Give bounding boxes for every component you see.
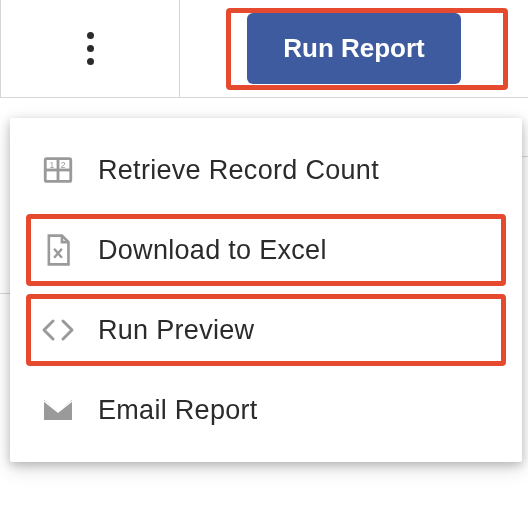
menu-item-label: Email Report <box>98 395 258 426</box>
kebab-menu-button[interactable] <box>75 20 106 77</box>
toolbar: Run Report <box>0 0 528 98</box>
toolbar-right-cell: Run Report <box>180 0 528 97</box>
svg-text:1: 1 <box>50 160 55 170</box>
divider <box>0 98 10 294</box>
menu-item-download-to-excel[interactable]: Download to Excel <box>10 210 522 290</box>
email-icon <box>40 392 76 428</box>
dropdown-menu: 1 2 Retrieve Record Count Download to Ex… <box>10 118 522 462</box>
menu-item-label: Run Preview <box>98 315 254 346</box>
menu-item-label: Download to Excel <box>98 235 327 266</box>
kebab-dot-icon <box>87 58 94 65</box>
toolbar-left-cell <box>0 0 180 97</box>
menu-item-run-preview[interactable]: Run Preview <box>10 290 522 370</box>
svg-text:2: 2 <box>61 160 66 170</box>
run-report-button[interactable]: Run Report <box>247 13 461 84</box>
record-count-icon: 1 2 <box>40 152 76 188</box>
kebab-dot-icon <box>87 32 94 39</box>
divider <box>522 156 528 510</box>
code-brackets-icon <box>40 312 76 348</box>
menu-item-retrieve-record-count[interactable]: 1 2 Retrieve Record Count <box>10 130 522 210</box>
menu-item-email-report[interactable]: Email Report <box>10 370 522 450</box>
menu-item-label: Retrieve Record Count <box>98 155 379 186</box>
excel-file-icon <box>40 232 76 268</box>
kebab-dot-icon <box>87 45 94 52</box>
